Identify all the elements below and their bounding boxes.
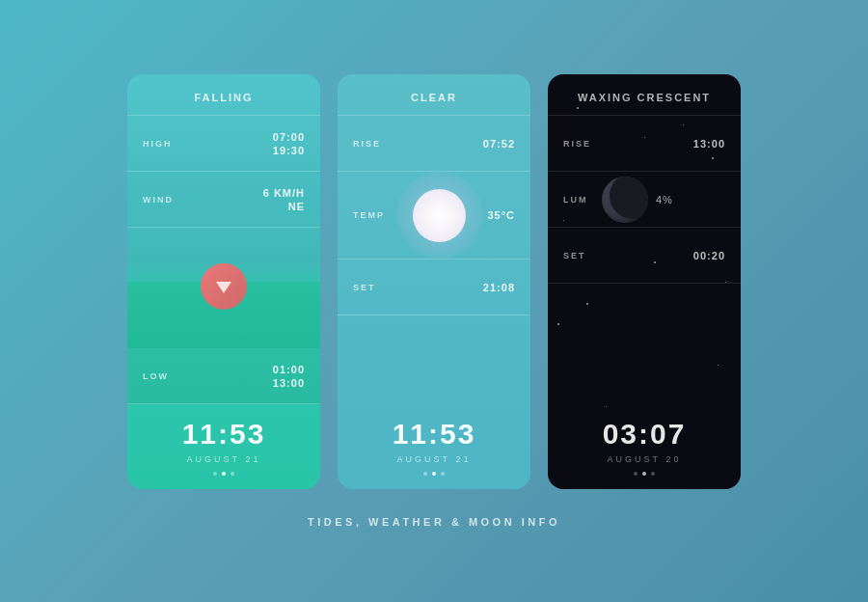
weather-card: CLEAR RISE 07:52 TEMP 35°C SET 21:08 [338,74,530,489]
moon-header: WAXING CRESCENT [548,74,741,116]
tides-wind-label: WIND [143,195,181,205]
tides-high-row: HIGH 07:00 19:30 [127,116,320,172]
page-footer: TIDES, WEATHER & MOON INFO [308,516,560,528]
weather-temp-value: 35°C [487,209,515,221]
tides-header: FALLING [127,74,320,116]
weather-dot-2 [432,472,436,476]
moon-set-row: SET 00:20 [548,228,741,284]
tides-high-label: HIGH [143,139,181,149]
moon-card: WAXING CRESCENT RISE 13:00 LUM 4% SET 00… [548,74,741,489]
tide-arrow-icon [216,282,231,293]
moon-time-section: 03:07 AUGUST 20 [548,404,741,489]
tides-visual [127,228,320,348]
moon-dot-2 [642,472,646,476]
moon-time: 03:07 [548,420,741,449]
moon-set-label: SET [563,251,602,260]
moon-rise-row: RISE 13:00 [548,116,741,172]
tides-low-value1: 01:00 [273,364,305,375]
weather-spacer [338,315,530,404]
weather-rise-label: RISE [353,139,392,149]
moon-rise-label: RISE [563,139,602,149]
weather-dot-3 [441,472,445,476]
tides-low-row: LOW 01:00 13:00 [127,348,320,404]
tides-low-label: LOW [143,371,181,381]
tides-wind-row: WIND 6 KM/H NE [127,172,320,228]
weather-temp-row: TEMP 35°C [338,172,530,260]
weather-time-section: 11:53 AUGUST 21 [338,404,530,489]
tides-date: AUGUST 21 [127,454,320,464]
tides-dot-3 [231,472,234,476]
moon-dot-1 [634,472,637,476]
tides-wind-value2: NE [263,201,305,212]
tides-wind-value1: 6 KM/H [263,187,305,199]
tides-dots [127,472,320,476]
tides-time-section: 11:53 AUGUST 21 [127,404,320,489]
moon-shadow [610,177,648,219]
moon-rise-value: 13:00 [693,138,725,150]
weather-set-value: 21:08 [483,282,515,293]
tides-high-value2: 19:30 [273,145,305,156]
weather-set-row: SET 21:08 [338,260,530,315]
weather-dot-1 [423,472,427,476]
moon-date: AUGUST 20 [548,454,741,464]
weather-dots [338,472,530,476]
tides-low-value2: 13:00 [273,377,305,389]
moon-lum-label: LUM [563,195,602,205]
tides-high-value1: 07:00 [273,131,305,143]
moon-lum-row: LUM 4% [548,172,741,228]
moon-dot-3 [651,472,655,476]
sun-glow [396,172,483,259]
weather-date: AUGUST 21 [338,454,530,464]
weather-temp-label: TEMP [353,210,392,220]
moon-lum-value: 4% [656,194,673,205]
weather-visual [392,172,487,259]
moon-spacer [548,284,741,404]
weather-rise-row: RISE 07:52 [338,116,530,172]
moon-dots [548,472,741,476]
tides-card: FALLING HIGH 07:00 19:30 WIND 6 KM/H NE … [127,74,320,489]
moon-visual [602,177,648,223]
tides-dot-1 [213,472,217,476]
weather-set-label: SET [353,283,392,292]
moon-set-value: 00:20 [693,250,725,261]
weather-header: CLEAR [338,74,530,116]
cards-container: FALLING HIGH 07:00 19:30 WIND 6 KM/H NE … [127,74,741,489]
tides-dot-2 [222,472,226,476]
weather-time: 11:53 [338,420,530,449]
moon-icon [602,177,648,223]
tides-time: 11:53 [127,420,320,449]
weather-rise-value: 07:52 [483,138,515,150]
sun-icon [413,189,466,242]
